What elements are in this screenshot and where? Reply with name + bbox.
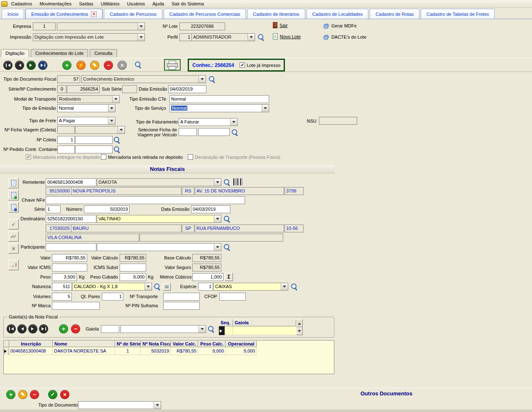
outros-edit-button[interactable]: ✎ <box>18 390 27 399</box>
natureza-code-field[interactable]: 511 <box>52 283 72 291</box>
post-record-button[interactable]: ⚡ <box>76 61 86 70</box>
menu-item-saidas[interactable]: Saídas <box>75 1 97 6</box>
tipo-emissao-combo[interactable]: Normal <box>57 104 115 112</box>
gaiola-search-icon[interactable] <box>208 326 215 333</box>
search-record-icon[interactable] <box>135 61 142 69</box>
subtab-conhecimentos-do-lote[interactable]: Conhecimentos do Lote <box>31 49 88 57</box>
data-emissao-field[interactable]: 04/03/2019 <box>168 85 206 93</box>
valor-field[interactable]: R$780,55 <box>52 254 87 262</box>
grid-cell-n-nota[interactable]: 5032019 <box>141 348 171 355</box>
volumes-field[interactable]: 5 <box>52 293 72 301</box>
menu-item-utilitarios[interactable]: Utilitários <box>97 1 123 6</box>
qt-pares-field[interactable]: 1 <box>102 293 123 301</box>
gaiola-nav-prior-button[interactable] <box>17 324 27 333</box>
menu-item-usuarios[interactable]: Usuários <box>123 1 149 6</box>
grid-cell-nome[interactable]: DAKOTA NORDESTE SA <box>53 348 115 355</box>
tab-cadastro-de-tabelas-de-fretes[interactable]: Cadastro de Tabelas de Fretes <box>421 9 495 19</box>
tab-inicio[interactable]: Início <box>2 9 24 19</box>
mercadoria-retirada-checkbox[interactable] <box>101 154 106 160</box>
especie-search-icon[interactable] <box>291 283 298 291</box>
menu-item-movimentacoes[interactable]: Movimentações <box>36 1 75 6</box>
sum-button[interactable]: Σ <box>225 273 233 281</box>
pedido-num-field[interactable] <box>57 146 75 153</box>
grid-cell-inscricao[interactable]: 00465813000408 <box>9 348 53 355</box>
gaiola-add-button[interactable]: + <box>59 324 68 333</box>
barcode-icon[interactable] <box>233 178 243 185</box>
grid-cell-peso-calc[interactable]: 9,000 <box>198 348 226 355</box>
nav-last-button[interactable] <box>38 61 47 70</box>
copy-nota-button[interactable] <box>8 202 19 212</box>
grid-cell-valor-calc[interactable]: R$780,55 <box>171 348 198 355</box>
delete-record-button[interactable]: − <box>104 61 113 70</box>
participante-doc-field[interactable] <box>46 243 96 251</box>
coleta-desc-field[interactable] <box>75 136 113 144</box>
marca-field[interactable] <box>52 302 100 310</box>
subtab-digitacao[interactable]: Digitação <box>1 49 29 57</box>
remetente-search-icon[interactable] <box>223 179 231 186</box>
gaiola-code-field[interactable] <box>101 325 119 333</box>
destinatario-doc-field[interactable]: 52501822000150 <box>46 215 96 223</box>
tab-cadastro-de-localidades[interactable]: Cadastro de Localidades <box>306 9 369 19</box>
new-nota-button[interactable] <box>8 178 19 188</box>
novo-lote-button[interactable]: Novo Lote <box>273 33 301 39</box>
gaiola-nav-first-button[interactable] <box>7 324 16 333</box>
gaiola-delete-button[interactable]: − <box>71 324 80 333</box>
icms-subst-field[interactable] <box>120 264 146 271</box>
participante-combo[interactable] <box>97 243 221 251</box>
tab-cadastro-de-itinerarios[interactable]: Cadastro de Itinerários <box>247 9 305 19</box>
tab-close-icon[interactable]: × <box>91 11 97 17</box>
dacte-button[interactable]: @ DACTE's do Lote <box>323 34 366 40</box>
gaiola-combo[interactable] <box>120 325 206 333</box>
destinatario-search-icon[interactable] <box>223 215 231 223</box>
gaiola-scroll-up-button[interactable] <box>296 319 303 327</box>
nota-data-emissao-field[interactable]: 04/03/2019 <box>191 205 230 213</box>
grid-cell-operacional[interactable]: 9,000 <box>226 348 257 355</box>
gaiola-value-cell[interactable] <box>233 326 296 335</box>
participante-search-icon[interactable] <box>223 244 231 251</box>
pedido-search-icon[interactable] <box>113 146 121 153</box>
grid-cell-n-serie[interactable]: 1 <box>115 348 141 355</box>
nota-numero-field[interactable]: 5032019 <box>84 205 130 213</box>
tipo-doc-search-icon[interactable] <box>208 76 216 83</box>
grid-header-valor-calc[interactable]: Valor Calc. <box>171 340 198 347</box>
especie-code-field[interactable]: 1 <box>198 283 213 291</box>
edit-record-button[interactable]: ✎ <box>90 61 99 70</box>
gaiola-seq-cell[interactable] <box>225 326 233 335</box>
cfop-field[interactable]: . <box>219 293 246 301</box>
valor-icms-field[interactable] <box>52 264 87 271</box>
ficha-veiculo-search-icon[interactable] <box>231 129 239 136</box>
especie-combo[interactable]: CAIXAS <box>213 283 288 291</box>
chave-nfe-field[interactable] <box>46 196 245 204</box>
outros-cancel-button[interactable]: × <box>60 390 69 399</box>
transporte-field[interactable] <box>163 293 200 301</box>
coleta-num-field[interactable]: 1 <box>57 136 75 144</box>
gaiola-scroll-down-button[interactable] <box>296 327 303 335</box>
grid-header-peso-calc[interactable]: Peso Calc. <box>198 340 226 347</box>
grid-header-n-nota[interactable]: Nº Nota Fiscal <box>141 340 171 347</box>
tab-cadastro-de-percursos[interactable]: Cadastro de Percursos <box>104 9 162 19</box>
ficha-veiculo-field[interactable] <box>198 128 230 136</box>
natureza-combo[interactable]: CALCADO - Kg X 1,8 <box>72 283 152 291</box>
gerar-mdfe-button[interactable]: @ Gerar MDFe <box>323 22 357 29</box>
grid-header-nome[interactable]: Nome <box>53 340 115 347</box>
tab-emissao-de-conhecimentos[interactable]: Emissão de Conhecimentos × <box>25 9 103 19</box>
natureza-search-icon[interactable] <box>154 283 161 291</box>
gaiola-nav-next-button[interactable] <box>28 324 37 333</box>
grid-header-n-serie[interactable]: Nº de Série <box>115 340 141 347</box>
gaiola-seq-header[interactable]: Seq. <box>219 319 233 326</box>
gaiola-gaiola-header[interactable]: Gaiola <box>233 319 296 326</box>
confirm-all-notas-button[interactable]: ✓✓ <box>8 231 19 242</box>
add-record-button[interactable]: + <box>62 61 71 70</box>
menu-item-ajuda[interactable]: Ajuda <box>149 1 168 6</box>
coleta-search-icon[interactable] <box>113 136 121 144</box>
remetente-doc-field[interactable]: 00465813000408 <box>46 178 96 186</box>
menu-item-sair-do-sistema[interactable]: Sair do Sistema <box>168 1 208 6</box>
nav-first-button[interactable] <box>3 61 12 70</box>
transfer-nota-button[interactable]: →! <box>8 260 19 270</box>
declaracao-transporte-checkbox[interactable] <box>188 154 193 160</box>
subtab-consulta[interactable]: Consulta <box>90 49 117 57</box>
nota-serie-field[interactable]: 1 <box>46 205 61 213</box>
menu-item-cadastros[interactable]: Cadastros <box>7 1 36 6</box>
ficha-veiculo-num-field[interactable] <box>179 128 197 136</box>
destinatario-combo[interactable]: VALTINHO <box>97 215 221 223</box>
